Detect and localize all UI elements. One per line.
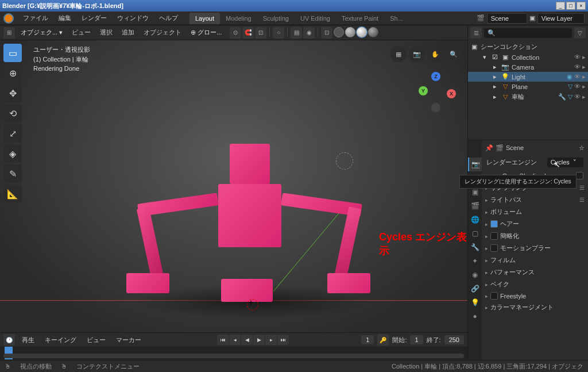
hair-checkbox[interactable] xyxy=(490,220,498,228)
panel-colormgmt[interactable]: ▸カラーマネージメント xyxy=(482,301,588,313)
eye-icon[interactable]: 👁 xyxy=(574,93,581,101)
vp-menu-object[interactable]: オブジェクト xyxy=(140,27,185,38)
tl-marker[interactable]: マーカー xyxy=(113,335,145,346)
render-icon[interactable]: ▸ xyxy=(582,53,586,61)
tab-world[interactable]: 🌐 xyxy=(468,213,482,227)
render-icon[interactable]: ▸ xyxy=(582,73,586,80)
vp-menu-select[interactable]: 選択 xyxy=(96,27,116,38)
outliner-search[interactable]: 🔍 xyxy=(484,28,572,38)
panel-simplify[interactable]: ▸簡略化 xyxy=(482,230,588,242)
jump-start-button[interactable]: ⏮ xyxy=(217,335,229,345)
shading-rendered[interactable] xyxy=(368,27,378,37)
autokey-icon[interactable]: 🔑 xyxy=(377,334,389,346)
blender-logo-icon[interactable] xyxy=(3,13,14,24)
camera-icon[interactable]: 📷 xyxy=(409,46,425,62)
play-button[interactable]: ▶ xyxy=(253,335,265,345)
panel-film[interactable]: ▸フィルム xyxy=(482,254,588,266)
tree-collection[interactable]: ▾ ☑▣ Collection 👁▸ xyxy=(468,52,588,62)
tab-shading[interactable]: Sh... xyxy=(384,13,409,24)
current-frame[interactable]: 1 xyxy=(361,335,374,344)
eye-icon[interactable]: 👁 xyxy=(574,73,581,80)
tree-scene-collection[interactable]: ▣ シーンコレクション xyxy=(468,41,588,52)
panel-lightpaths[interactable]: ▸ライトパス☰ xyxy=(482,194,588,206)
tab-sculpting[interactable]: Sculpting xyxy=(257,13,295,24)
x-axis[interactable]: X xyxy=(447,89,456,98)
shading-wireframe[interactable] xyxy=(334,27,344,37)
tab-particle[interactable]: ✦ xyxy=(468,254,482,268)
motionblur-checkbox[interactable] xyxy=(490,244,498,252)
menu-window[interactable]: ウィンドウ xyxy=(113,12,153,24)
tab-layout[interactable]: Layout xyxy=(189,13,220,24)
menu-edit[interactable]: 編集 xyxy=(54,12,76,24)
menu-file[interactable]: ファイル xyxy=(18,12,53,24)
filter-icon[interactable]: ▽ xyxy=(574,27,586,39)
simplify-checkbox[interactable] xyxy=(490,232,498,240)
tool-annotate[interactable]: ✎ xyxy=(3,164,22,183)
axis-gizmo[interactable]: Z Y X xyxy=(416,72,456,112)
pan-icon[interactable]: ✋ xyxy=(427,46,443,62)
zoom-icon[interactable]: 🔍 xyxy=(446,46,462,62)
eye-icon[interactable]: 👁 xyxy=(574,63,581,71)
tab-material[interactable]: ● xyxy=(468,309,482,323)
gizmo-icon[interactable]: ▤ xyxy=(291,27,302,39)
panel-motionblur[interactable]: ▸モーションブラー xyxy=(482,242,588,254)
neg-axis[interactable] xyxy=(431,103,440,112)
panel-freestyle[interactable]: ▸Freestyle xyxy=(482,290,588,301)
tab-scene[interactable]: 🎬 xyxy=(468,199,482,213)
tree-item-light[interactable]: ▸ 💡 Light ◉👁▸ xyxy=(468,72,588,82)
pin-icon[interactable]: 📌 xyxy=(485,144,493,152)
tab-render[interactable]: 📷 xyxy=(468,158,482,171)
tl-view[interactable]: ビュー xyxy=(83,335,109,346)
tab-modifier[interactable]: 🔧 xyxy=(468,240,482,254)
tl-playback[interactable]: 再生 xyxy=(18,335,38,346)
menu-help[interactable]: ヘルプ xyxy=(154,12,183,24)
shading-material[interactable] xyxy=(357,27,367,37)
viewport-3d[interactable]: ▭ ⊕ ✥ ⟲ ⤢ ◈ ✎ 📐 ユーザー・透視投影 (1) Collection… xyxy=(0,40,467,332)
pin-icon[interactable]: ☆ xyxy=(579,144,585,152)
tab-constraint[interactable]: 🔗 xyxy=(468,282,482,296)
z-axis[interactable]: Z xyxy=(431,72,440,81)
tree-item-wheel[interactable]: ▸ ▽ 車輪 🔧▽👁▸ xyxy=(468,91,588,102)
tool-scale[interactable]: ⤢ xyxy=(3,124,22,143)
tool-move[interactable]: ✥ xyxy=(3,84,22,102)
timeline-editor-icon[interactable]: 🕐 xyxy=(3,334,15,346)
tool-measure[interactable]: 📐 xyxy=(3,185,22,203)
snap-to-icon[interactable]: ⊡ xyxy=(255,27,266,39)
y-axis[interactable]: Y xyxy=(419,86,428,95)
tab-object[interactable]: ▢ xyxy=(468,227,482,240)
snap-icon[interactable]: 🧲 xyxy=(242,27,254,39)
editor-type-icon[interactable]: ⊞ xyxy=(3,27,15,39)
end-frame[interactable]: 250 xyxy=(444,335,464,344)
overlay-icon[interactable]: ◉ xyxy=(303,27,315,39)
render-icon[interactable]: ▸ xyxy=(582,83,586,90)
vp-menu-view[interactable]: ビュー xyxy=(68,27,94,38)
vp-menu-add[interactable]: 追加 xyxy=(118,27,138,38)
jump-end-button[interactable]: ⏭ xyxy=(277,335,289,345)
tab-modeling[interactable]: Modeling xyxy=(220,13,257,24)
minimize-button[interactable]: _ xyxy=(556,2,565,10)
mode-dropdown[interactable]: オブジェク... ▾ xyxy=(17,27,66,38)
osl-checkbox[interactable] xyxy=(576,172,583,179)
prev-key-button[interactable]: ◂ xyxy=(229,335,241,345)
tree-item-plane[interactable]: ▸ ▽ Plane ▽👁▸ xyxy=(468,82,588,91)
scene-selector[interactable]: Scene xyxy=(487,13,527,24)
tab-data[interactable]: 💡 xyxy=(468,296,482,309)
tool-transform[interactable]: ◈ xyxy=(3,144,22,163)
tool-rotate[interactable]: ⟲ xyxy=(3,104,22,122)
close-button[interactable]: × xyxy=(577,2,586,10)
play-reverse-button[interactable]: ◀ xyxy=(241,335,253,345)
panel-volume[interactable]: ▸ボリューム xyxy=(482,206,588,218)
tab-physics[interactable]: ◉ xyxy=(468,268,482,282)
timeline-track[interactable] xyxy=(0,347,467,359)
tab-texture[interactable]: Texture Paint xyxy=(336,13,384,24)
pivot-icon[interactable]: ⊙ xyxy=(230,27,241,39)
tl-keying[interactable]: キーイング xyxy=(41,335,80,346)
start-frame[interactable]: 1 xyxy=(410,335,423,344)
render-icon[interactable]: ▸ xyxy=(582,63,586,71)
tool-select[interactable]: ▭ xyxy=(3,44,22,62)
menu-render[interactable]: レンダー xyxy=(77,12,111,24)
xray-icon[interactable]: ⊡ xyxy=(321,27,332,39)
orientation-dropdown[interactable]: ⊕ グロー... xyxy=(187,27,225,38)
panel-hair[interactable]: ▸ヘアー xyxy=(482,218,588,230)
outliner-editor-icon[interactable]: ☰ xyxy=(470,27,482,39)
